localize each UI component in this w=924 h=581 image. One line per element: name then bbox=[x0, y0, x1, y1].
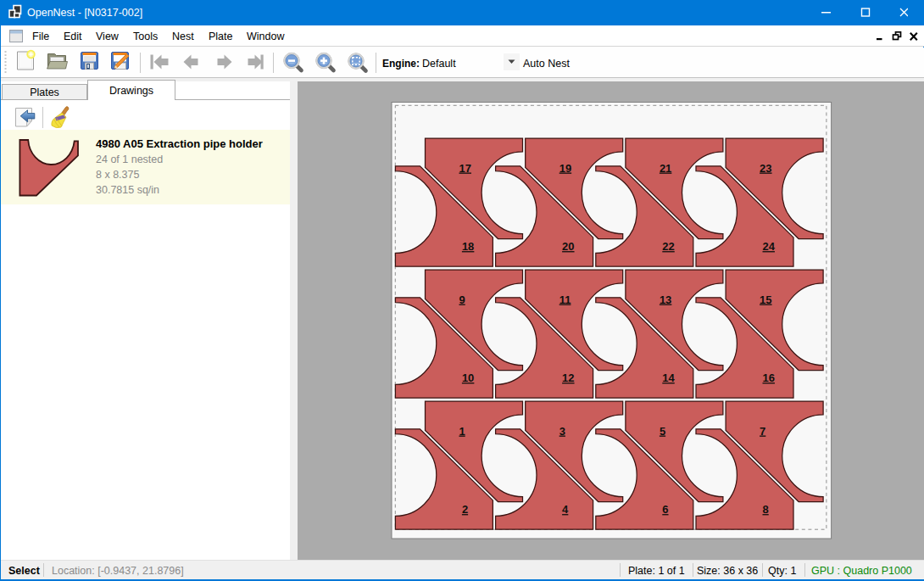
svg-text:9: 9 bbox=[459, 293, 465, 306]
svg-text:6: 6 bbox=[662, 503, 668, 516]
svg-text:3: 3 bbox=[559, 425, 565, 438]
svg-text:19: 19 bbox=[559, 162, 571, 175]
svg-text:21: 21 bbox=[660, 162, 671, 175]
svg-text:10: 10 bbox=[462, 372, 474, 384]
svg-text:23: 23 bbox=[760, 162, 771, 175]
svg-text:13: 13 bbox=[660, 293, 671, 306]
svg-text:22: 22 bbox=[662, 240, 674, 253]
svg-text:5: 5 bbox=[660, 425, 665, 438]
svg-text:16: 16 bbox=[763, 372, 775, 384]
svg-text:8: 8 bbox=[763, 503, 769, 516]
svg-text:12: 12 bbox=[562, 372, 574, 384]
svg-text:18: 18 bbox=[462, 240, 474, 253]
svg-text:4: 4 bbox=[562, 503, 569, 516]
svg-text:14: 14 bbox=[662, 372, 675, 384]
svg-text:2: 2 bbox=[462, 503, 468, 516]
svg-text:15: 15 bbox=[760, 293, 771, 306]
svg-text:20: 20 bbox=[562, 240, 574, 253]
svg-text:7: 7 bbox=[760, 425, 765, 438]
svg-text:1: 1 bbox=[459, 425, 465, 438]
svg-text:17: 17 bbox=[459, 162, 471, 175]
svg-text:24: 24 bbox=[763, 240, 776, 253]
svg-text:11: 11 bbox=[559, 293, 571, 306]
